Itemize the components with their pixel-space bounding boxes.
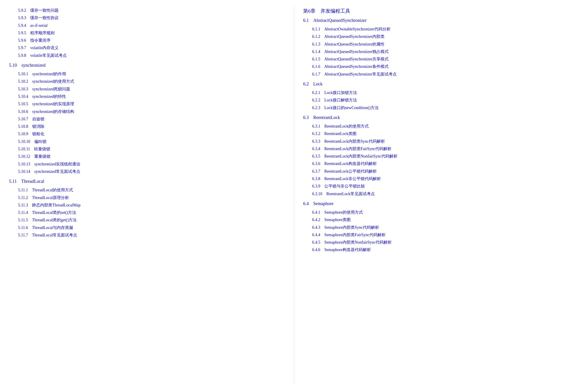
left-toc-item-18[interactable]: 5.10.11 轻量级锁	[9, 145, 285, 153]
left-toc-item-23[interactable]: 5.11.1 ThreadLocal的使用方式	[9, 186, 285, 194]
right-toc-item-27[interactable]: 6.4.4 Semaphore内部类FairSync代码解析	[303, 231, 579, 239]
left-toc-item-10[interactable]: 5.10.3 synchronized死锁问题	[9, 86, 285, 93]
right-toc-item-23[interactable]: 6.4 Semaphore	[303, 199, 579, 208]
right-toc-item-7[interactable]: 6.1.7 AbstractQueuedSynchronizer常见面试考点	[303, 71, 579, 78]
right-toc-item-12[interactable]: 6.3 ReentrantLock	[303, 113, 579, 122]
right-toc-item-21[interactable]: 6.3.9 公平锁与非公平锁比较	[303, 183, 579, 190]
left-toc-item-28[interactable]: 5.11.6 ThreadLocal与内存泄漏	[9, 224, 285, 231]
right-toc-item-11[interactable]: 6.2.3 Lock接口的newCondition()方法	[303, 104, 579, 111]
left-toc-item-29[interactable]: 5.11.7 ThreadLocal常见面试考点	[9, 231, 285, 239]
right-toc-item-1[interactable]: 6.1.1 AbstractOwnableSynchronizer代码分析	[303, 25, 579, 33]
right-toc-item-18[interactable]: 6.3.6 ReentrantLock构造器代码解析	[303, 160, 579, 167]
right-toc-item-5[interactable]: 6.1.5 AbstractQueuedSynchronizer共享模式	[303, 55, 579, 63]
left-toc-item-5[interactable]: 5.9.7 volatile内存语义	[9, 44, 285, 52]
right-toc-item-20[interactable]: 6.3.8 ReentrantLock非公平锁代码解析	[303, 175, 579, 183]
page-container: 5.9.2 缓存一致性问题5.9.3 缓存一致性协议5.9.4 as-if-se…	[0, 0, 588, 391]
left-toc-item-25[interactable]: 5.11.3 静态内部类ThreadLocalMap	[9, 201, 285, 209]
left-toc-item-4[interactable]: 5.9.6 指令重排序	[9, 37, 285, 44]
left-toc-item-12[interactable]: 5.10.5 synchronized的实现原理	[9, 100, 285, 108]
right-toc-item-16[interactable]: 6.3.4 ReentrantLock内部类FairSync代码解析	[303, 145, 579, 153]
left-toc-item-13[interactable]: 5.10.6 synchronized的存储结构	[9, 108, 285, 115]
left-toc-item-17[interactable]: 5.10.10 偏向锁	[9, 138, 285, 145]
right-toc-item-26[interactable]: 6.4.3 Semaphore内部类Sync代码解析	[303, 224, 579, 231]
right-toc-item-2[interactable]: 6.1.2 AbstractQueuedSynchronizer内部类	[303, 33, 579, 40]
left-toc-item-19[interactable]: 5.10.12 重量级锁	[9, 153, 285, 160]
right-toc-item-0[interactable]: 6.1 AbstractQueuedSynchronizer	[303, 16, 579, 25]
left-toc-item-26[interactable]: 5.11.4 ThreadLocal类的set()方法	[9, 209, 285, 216]
right-toc-item-3[interactable]: 6.1.3 AbstractQueuedSynchronizer的属性	[303, 41, 579, 48]
right-toc-item-15[interactable]: 6.3.3 ReentrantLock内部类Sync代码解析	[303, 138, 579, 145]
left-toc-item-8[interactable]: 5.10.1 synchronized的作用	[9, 70, 285, 78]
right-toc-item-13[interactable]: 6.3.1 ReentrantLock的使用方式	[303, 123, 579, 130]
left-toc-item-0[interactable]: 5.9.2 缓存一致性问题	[9, 7, 285, 14]
left-toc-item-22[interactable]: 5.11 ThreadLocal	[9, 177, 285, 186]
left-toc-item-1[interactable]: 5.9.3 缓存一致性协议	[9, 14, 285, 22]
right-toc-item-17[interactable]: 6.3.5 ReentrantLock内部类NonfairSync代码解析	[303, 153, 579, 160]
left-toc-item-9[interactable]: 5.10.2 synchronized的使用方式	[9, 78, 285, 85]
left-toc-item-7[interactable]: 5.10 synchronized	[9, 61, 285, 69]
left-toc-item-2[interactable]: 5.9.4 as-if-serial	[9, 22, 285, 29]
left-toc-item-11[interactable]: 5.10.4 synchronized的特性	[9, 93, 285, 100]
left-toc-item-16[interactable]: 5.10.9 锁粗化	[9, 130, 285, 138]
left-toc-item-27[interactable]: 5.11.5 ThreadLocal类的get()方法	[9, 216, 285, 224]
left-toc-item-24[interactable]: 5.11.2 ThreadLocal原理分析	[9, 194, 285, 201]
right-toc-item-22[interactable]: 6.3.10 ReentrantLock常见面试考点	[303, 190, 579, 198]
right-column: 第6章 并发编程工具 6.1 AbstractQueuedSynchronize…	[294, 7, 588, 384]
right-toc-item-10[interactable]: 6.2.2 Lock接口解锁方法	[303, 97, 579, 104]
left-toc-item-15[interactable]: 5.10.8 锁消除	[9, 123, 285, 130]
right-toc-item-24[interactable]: 6.4.1 Semaphore的使用方式	[303, 209, 579, 216]
right-toc-item-28[interactable]: 6.4.5 Semaphore内部类NonfairSync代码解析	[303, 239, 579, 246]
right-toc-item-29[interactable]: 6.4.6 Semaphore构造器代码解析	[303, 246, 579, 254]
left-toc-item-3[interactable]: 5.9.5 程序顺序规则	[9, 29, 285, 37]
right-toc-item-6[interactable]: 6.1.6 AbstractQueuedSynchronizer条件模式	[303, 63, 579, 70]
left-column: 5.9.2 缓存一致性问题5.9.3 缓存一致性协议5.9.4 as-if-se…	[0, 7, 294, 384]
right-toc-item-8[interactable]: 6.2 Lock	[303, 80, 579, 88]
left-toc: 5.9.2 缓存一致性问题5.9.3 缓存一致性协议5.9.4 as-if-se…	[9, 7, 285, 239]
left-toc-item-14[interactable]: 5.10.7 自旋锁	[9, 115, 285, 123]
right-toc-item-4[interactable]: 6.1.4 AbstractQueuedSynchronizer独占模式	[303, 48, 579, 55]
right-toc-item-9[interactable]: 6.2.1 Lock接口加锁方法	[303, 89, 579, 97]
right-toc-item-19[interactable]: 6.3.7 ReentrantLock公平锁代码解析	[303, 168, 579, 175]
right-toc-item-25[interactable]: 6.4.2 Semaphore类图	[303, 216, 579, 224]
right-toc-item-14[interactable]: 6.3.2 ReentrantLock类图	[303, 130, 579, 137]
right-toc: 6.1 AbstractQueuedSynchronizer6.1.1 Abst…	[303, 16, 579, 254]
left-toc-item-21[interactable]: 5.10.14 synchronized常见面试考点	[9, 168, 285, 175]
chapter-6-header[interactable]: 第6章 并发编程工具	[303, 8, 579, 14]
left-toc-item-6[interactable]: 5.9.8 volatile常见面试考点	[9, 52, 285, 59]
left-toc-item-20[interactable]: 5.10.13 synchronized实现线程通信	[9, 160, 285, 168]
